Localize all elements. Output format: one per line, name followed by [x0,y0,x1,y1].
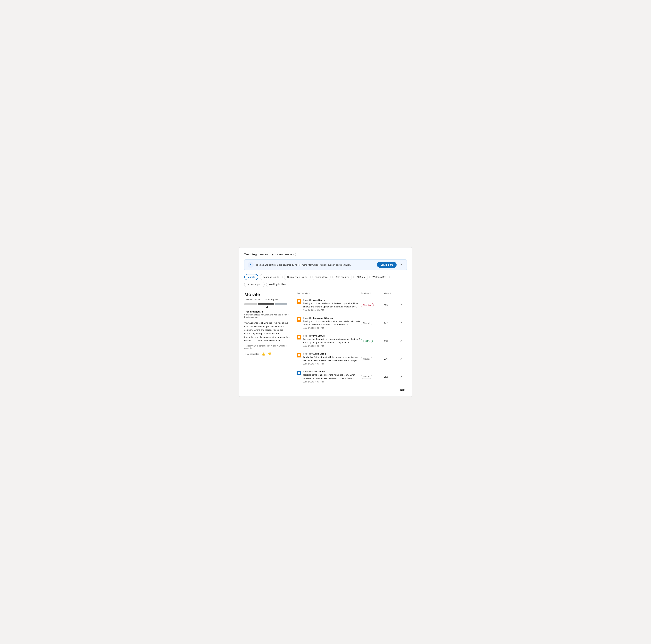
views-label: Views [384,292,390,294]
sentiment-cell: Negative [361,303,384,307]
next-button[interactable]: Next › [400,388,407,391]
next-chevron-icon: › [406,388,407,391]
bar-indicator [244,306,290,308]
conv-icon [297,335,301,339]
theme-chip-wellness-day[interactable]: Wellness Day [369,274,390,280]
conv-icon [297,353,301,358]
conv-icon [297,371,301,375]
theme-chip-ai-bugs[interactable]: AI Bugs [353,274,368,280]
sentiment-cell: Neutral [361,321,384,325]
info-icon[interactable]: i [293,253,296,256]
conv-date: June 14, 2023, 9:34 AM [303,327,361,329]
table-row: Posted by Amy Nguyen Feeling a bit down … [297,296,407,314]
page-title-row: Trending themes in your audience i [244,253,407,256]
conv-text-block: Posted by Lydia Bauer Love seeing the po… [303,335,361,347]
sparkle-icon: ✦ [244,353,246,355]
conv-icon [297,317,301,322]
thumbs-up-button[interactable]: 👍 [261,352,265,356]
ai-note: The summary is generated by AI and may n… [244,345,290,349]
conv-body[interactable]: Feeling a bit disconnected from the team… [303,320,361,327]
learn-more-button[interactable]: Learn more [377,262,397,268]
ai-banner: Themes and sentiment are powered by AI. … [244,259,407,270]
conv-author: Posted by Astrid Wong [303,352,361,355]
conv-author: Posted by Amy Nguyen [303,299,361,301]
ai-generated-label: ✦ AI-generated [244,353,259,355]
triangle-indicator [266,306,268,308]
conv-author: Posted by Lydia Bauer [303,335,361,337]
table-row: Posted by Lydia Bauer Love seeing the po… [297,332,407,350]
conv-text-block: Posted by Amy Nguyen Feeling a bit down … [303,299,361,311]
sentiment-badge: Negative [361,303,374,307]
theme-chip-data-security[interactable]: Data security [332,274,352,280]
sentiment-bar-container [244,303,290,308]
sentiment-badge: Positive [361,339,373,343]
sentiment-badge: Neutral [361,321,372,325]
author-name: Amy Nguyen [313,299,326,301]
sentiment-bar [244,303,290,305]
conv-date: June 14, 2023, 9:34 AM [303,363,361,365]
conv-body[interactable]: Lately, I've felt frustrated with the la… [303,356,361,362]
theme-chip-ai-job-impact[interactable]: AI Job Impact [244,282,265,287]
trend-icon[interactable]: ↗ [400,304,407,307]
ai-footer: ✦ AI-generated 👍 👎 [244,352,290,356]
trending-sublabel: Sentiment across conversations with this… [244,314,290,318]
author-name: Lawrence Gilbertson [313,317,334,319]
table-row: Posted by Tim Deboer Noticing some tensi… [297,368,407,386]
themes-row: MoraleYear end resultsSupply chain issue… [244,274,407,287]
table-row: Posted by Astrid Wong Lately, I've felt … [297,350,407,368]
trend-icon[interactable]: ↗ [400,339,407,342]
author-name: Astrid Wong [313,352,326,355]
col-conversations: Conversations [297,292,361,294]
right-panel: Conversations Sentiment Views ↓ Posted b… [297,292,407,391]
bar-negative [244,303,257,305]
theme-chip-morale[interactable]: Morale [244,274,258,280]
conv-content: Posted by Amy Nguyen Feeling a bit down … [297,299,361,311]
conv-content: Posted by Lydia Bauer Love seeing the po… [297,335,361,347]
content-area: Morale 15 conversations • 275 participan… [244,292,407,391]
conversations-count: 15 conversations [244,298,260,301]
participants-count: 275 participants [264,298,278,301]
conv-content: Posted by Tim Deboer Noticing some tensi… [297,370,361,383]
next-row: Next › [297,386,407,391]
col-action [400,292,407,294]
ai-generated-text: AI-generated [247,353,259,355]
ai-banner-text: Themes and sentiment are powered by AI. … [256,264,375,266]
conv-text-block: Posted by Astrid Wong Lately, I've felt … [303,352,361,365]
bar-neutral [258,303,274,305]
main-container: Trending themes in your audience i Theme… [239,247,412,397]
left-panel: Morale 15 conversations • 275 participan… [244,292,290,391]
conv-date: June 14, 2023, 9:34 AM [303,381,361,383]
theme-chip-supply-chain-issues[interactable]: Supply chain issues [284,274,311,280]
sort-icon[interactable]: ↓ [390,292,391,294]
trend-icon[interactable]: ↗ [400,375,407,378]
thumbs-down-button[interactable]: 👎 [268,352,271,356]
conv-text-block: Posted by Tim Deboer Noticing some tensi… [303,370,361,383]
conv-date: June 14, 2023, 9:34 AM [303,309,361,311]
conv-body[interactable]: Noticing some tension brewing within the… [303,373,361,380]
sentiment-cell: Positive [361,339,384,343]
col-views: Views ↓ [384,292,400,294]
trend-icon[interactable]: ↗ [400,357,407,360]
conv-body[interactable]: Love seeing the positive vibes spreading… [303,338,361,344]
bar-positive [275,303,287,305]
theme-chip-team-offsite[interactable]: Team offsite [312,274,331,280]
banner-close-button[interactable]: × [400,263,403,267]
views-count: 413 [384,340,400,342]
theme-chip-year-end-results[interactable]: Year end results [260,274,282,280]
conv-body[interactable]: Feeling a bit down lately about the team… [303,302,361,308]
theme-title: Morale [244,292,290,297]
trend-icon[interactable]: ↗ [400,321,407,325]
table-row: Posted by Lawrence Gilbertson Feeling a … [297,314,407,332]
views-count: 477 [384,322,400,324]
page-title: Trending themes in your audience [244,253,292,256]
conv-date: June 14, 2023, 9:34 AM [303,345,361,347]
ai-banner-icon [248,262,254,268]
conv-author: Posted by Tim Deboer [303,370,361,373]
theme-chip-hacking-incident[interactable]: Hacking incident [266,282,289,287]
conv-text-block: Posted by Lawrence Gilbertson Feeling a … [303,317,361,329]
theme-meta: 15 conversations • 275 participants [244,298,290,301]
conv-icon [297,299,301,304]
conv-content: Posted by Astrid Wong Lately, I've felt … [297,352,361,365]
table-header: Conversations Sentiment Views ↓ [297,292,407,296]
sentiment-badge: Neutral [361,357,372,361]
